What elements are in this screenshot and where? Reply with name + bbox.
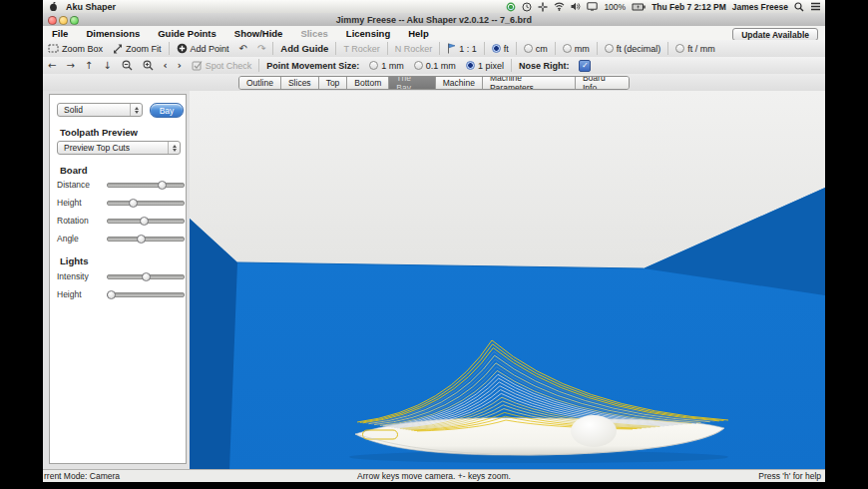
slider-track[interactable] [107, 201, 185, 206]
radio-icon [492, 44, 501, 53]
movement-1pixel-radio[interactable]: 1 pixel [461, 61, 509, 71]
toolbar-navigation: ← → ↑ ↓ ‹ › Spot Check Point Movement Si… [43, 57, 825, 75]
app-window: Aku Shaper 100% Thu Fe [43, 0, 825, 482]
macos-menubar: Aku Shaper 100% Thu Fe [43, 0, 825, 14]
active-app-name[interactable]: Aku Shaper [66, 2, 116, 12]
tab-top[interactable]: Top [319, 77, 348, 89]
tab-bottom[interactable]: Bottom [347, 77, 389, 89]
toolpath-preview-heading: Toolpath Preview [60, 127, 138, 138]
menubar-clock[interactable]: Thu Feb 7 2:12 PM [651, 2, 726, 12]
app-menu-row: File Dimensions Guide Points Show/Hide S… [43, 26, 825, 41]
move-down-button[interactable]: ↓ [98, 60, 116, 71]
scale-indicator[interactable]: 1 : 1 [442, 43, 482, 54]
battery-icon[interactable] [632, 3, 646, 11]
add-point-button[interactable]: Add Point [172, 43, 234, 54]
rotation-slider[interactable]: Rotation [57, 215, 185, 227]
menu-licensing[interactable]: Licensing [337, 28, 399, 39]
light-height-slider[interactable]: Height [57, 288, 185, 300]
render-mode-select[interactable]: Solid [57, 103, 143, 117]
radio-icon [466, 61, 475, 70]
nose-right-checkbox[interactable] [574, 60, 596, 72]
angle-slider[interactable]: Angle [57, 233, 185, 244]
prev-button[interactable]: ‹ [159, 60, 173, 71]
tab-outline[interactable]: Outline [239, 77, 281, 89]
tab-the-bay[interactable]: The Bay [389, 77, 436, 89]
unit-ft-radio[interactable]: ft [487, 44, 514, 54]
toolbar-main: Zoom Box Zoom Fit Add Point ↶ ↷ Add Guid… [43, 40, 825, 58]
clock-menu-icon[interactable] [522, 2, 532, 12]
add-guide-button[interactable]: Add Guide [275, 43, 333, 54]
volume-menu-icon[interactable] [571, 2, 581, 11]
next-button[interactable]: › [173, 60, 187, 71]
bay-room [190, 91, 825, 469]
zoom-in-button[interactable] [138, 60, 159, 71]
unit-cm-radio[interactable]: cm [519, 44, 553, 54]
battery-percent: 100% [604, 2, 626, 12]
redo-button[interactable]: ↷ [252, 43, 270, 54]
menu-dimensions[interactable]: Dimensions [77, 28, 149, 39]
menu-file[interactable]: File [43, 28, 77, 39]
movement-1mm-radio[interactable]: 1 mm [364, 61, 409, 71]
bay-settings-panel: Solid Bay Toolpath Preview Preview Top C… [49, 94, 187, 464]
distance-slider[interactable]: Distance [57, 179, 185, 191]
menu-show-hide[interactable]: Show/Hide [225, 28, 292, 39]
slider-thumb[interactable] [107, 290, 116, 299]
flag-icon [447, 43, 456, 54]
unit-ft-mm-radio[interactable]: ft / mm [670, 44, 720, 54]
menu-guide-points[interactable]: Guide Points [149, 28, 225, 39]
zoom-fit-button[interactable]: Zoom Fit [108, 44, 167, 54]
zoom-in-icon [143, 60, 154, 71]
move-right-button[interactable]: → [61, 60, 79, 71]
apple-menu-icon[interactable] [49, 1, 58, 12]
status-hint: Arrow keys move camera. +- keys zoom. [43, 471, 825, 481]
spot-check-button: Spot Check [187, 60, 257, 71]
bay-button[interactable]: Bay [150, 103, 184, 118]
slider-thumb[interactable] [137, 235, 146, 244]
board-height-slider[interactable]: Height [57, 197, 185, 209]
stepper-arrows-icon [130, 104, 142, 116]
slider-thumb[interactable] [142, 272, 151, 281]
slider-thumb[interactable] [129, 199, 138, 208]
tab-board-info[interactable]: Board Info [576, 77, 629, 89]
radio-icon [414, 61, 423, 70]
tab-machine[interactable]: Machine [436, 77, 483, 89]
move-left-button[interactable]: ← [43, 60, 61, 71]
menu-slices: Slices [291, 28, 336, 39]
tab-slices[interactable]: Slices [281, 77, 319, 89]
radio-icon [369, 61, 378, 70]
undo-button[interactable]: ↶ [234, 43, 252, 54]
slider-track[interactable] [107, 274, 185, 279]
wifi-menu-icon[interactable] [554, 2, 565, 11]
radio-icon [563, 44, 572, 53]
display-menu-icon[interactable] [587, 2, 598, 11]
slider-track[interactable] [107, 237, 185, 242]
zoom-out-icon [122, 60, 133, 71]
toolpath-mode-select[interactable]: Preview Top Cuts [57, 141, 181, 155]
crosshair-menu-icon[interactable] [538, 2, 548, 12]
slider-track[interactable] [107, 292, 185, 297]
slider-thumb[interactable] [140, 217, 149, 226]
window-title: Jimmy Freese -- Aku Shaper v2.0.12 -- 7_… [43, 15, 825, 25]
zoom-out-button[interactable] [117, 60, 138, 71]
window-titlebar[interactable]: Jimmy Freese -- Aku Shaper v2.0.12 -- 7_… [43, 13, 825, 27]
point-movement-label: Point Movement Size: [261, 61, 364, 71]
menu-list-icon[interactable] [810, 2, 821, 11]
spotlight-icon[interactable] [794, 2, 804, 12]
zoom-box-button[interactable]: Zoom Box [43, 44, 108, 54]
menu-help[interactable]: Help [399, 28, 438, 39]
slider-thumb[interactable] [158, 181, 167, 190]
slider-track[interactable] [107, 183, 185, 188]
view-tab-bar: Outline Slices Top Bottom The Bay Machin… [43, 74, 825, 92]
light-intensity-slider[interactable]: Intensity [57, 270, 185, 282]
board-heading: Board [60, 165, 87, 176]
3d-viewport[interactable] [190, 91, 825, 469]
unit-mm-radio[interactable]: mm [558, 44, 595, 54]
move-up-button[interactable]: ↑ [80, 60, 98, 71]
tail-dome [571, 415, 617, 447]
unit-ft-decimal-radio[interactable]: ft (decimal) [600, 44, 666, 54]
tab-machine-parameters[interactable]: Machine Parameters [483, 77, 576, 89]
menubar-user[interactable]: James Freese [732, 2, 788, 12]
slider-track[interactable] [107, 219, 185, 224]
movement-01mm-radio[interactable]: 0.1 mm [409, 61, 461, 71]
sync-menu-icon[interactable] [506, 2, 516, 12]
